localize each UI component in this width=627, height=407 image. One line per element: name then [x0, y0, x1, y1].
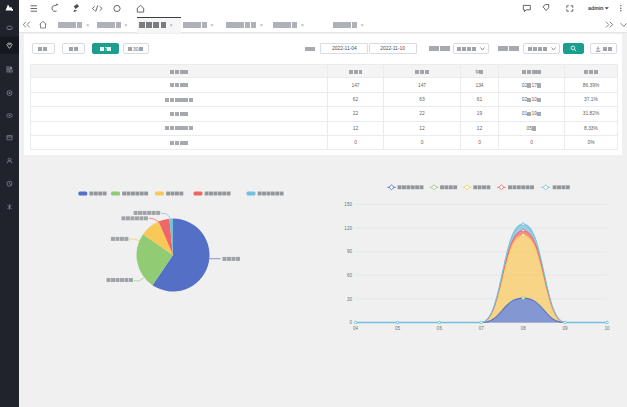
svg-text:04: 04 [353, 326, 359, 331]
svg-text:10: 10 [604, 326, 610, 331]
svg-text:0: 0 [349, 320, 352, 325]
svg-text:07: 07 [479, 326, 485, 331]
svg-text:90: 90 [347, 249, 353, 254]
svg-text:08: 08 [521, 326, 527, 331]
svg-text:120: 120 [344, 226, 352, 231]
svg-text:60: 60 [347, 273, 353, 278]
svg-text:05: 05 [395, 326, 401, 331]
svg-text:06: 06 [437, 326, 443, 331]
svg-text:09: 09 [563, 326, 569, 331]
svg-text:150: 150 [344, 202, 352, 207]
svg-text:30: 30 [347, 297, 353, 302]
